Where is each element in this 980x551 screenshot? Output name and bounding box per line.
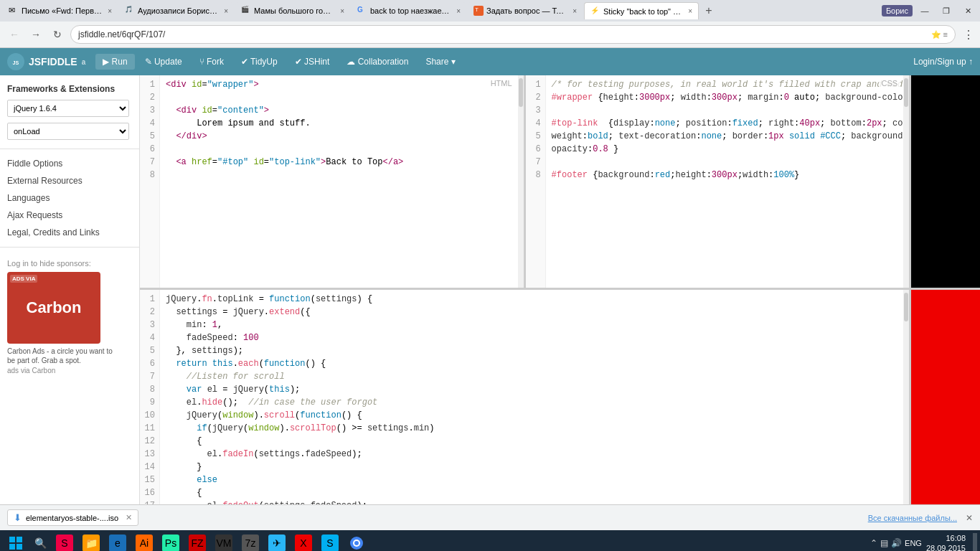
html-editor-panel: HTML 12345678 <div id="wrapper"> <div id…: [140, 75, 526, 288]
taskbar-icon-vm: VM: [215, 534, 232, 551]
address-bar: ← → ↻ jsfiddle.net/6qrQF/107/ ⭐ ≡ ⋮: [0, 22, 980, 47]
login-button[interactable]: Login/Sign up ↑: [913, 57, 973, 67]
sidebar-languages[interactable]: Languages: [0, 189, 139, 207]
taskbar-icon-folder: 📁: [83, 534, 100, 551]
tab-title-toster: Задать вопрос — Toste...: [486, 6, 567, 15]
tab-title-jsfiddle: Sticky "back to top" - JSF...: [603, 7, 682, 16]
language-indicator[interactable]: ENG: [905, 539, 922, 547]
tab-close-google[interactable]: ×: [456, 7, 461, 15]
html-line-numbers: 12345678: [140, 75, 160, 288]
taskbar-icon-chrome: [348, 534, 365, 551]
tab-close-toster[interactable]: ×: [573, 7, 577, 15]
sponsor-description: Carbon Ads - a circle you want to be par…: [7, 347, 122, 365]
start-button[interactable]: [3, 532, 29, 551]
download-item[interactable]: ⬇ elementaryos-stable-....iso ✕: [7, 509, 138, 526]
html-scrollbar[interactable]: [518, 75, 524, 288]
sidebar: Frameworks & Extensions jQuery 1.6.4 onL…: [0, 75, 140, 504]
result-black-content: [911, 75, 980, 288]
chrome-icon-svg: [349, 536, 364, 550]
browser-chrome: ✉ Письмо «Fwd: Первые ... × 🎵 Аудиозапис…: [0, 0, 980, 48]
tab-title-video: Мамы большого горо...: [254, 6, 334, 15]
taskbar-app-chrome[interactable]: [344, 532, 369, 551]
show-desktop-button[interactable]: [973, 533, 977, 551]
html-editor[interactable]: 12345678 <div id="wrapper"> <div id="con…: [140, 75, 524, 288]
taskbar-app-7[interactable]: 7z: [238, 532, 263, 551]
tab-audio[interactable]: 🎵 Аудиозаписи Бориса Бе... ×: [119, 2, 234, 19]
tab-video[interactable]: 🎬 Мамы большого горо... ×: [235, 2, 350, 19]
ads-via-carbon: ads via Carbon: [7, 367, 132, 375]
taskbar-app-ai[interactable]: Ai: [132, 532, 156, 551]
js-scrollbar[interactable]: [903, 290, 909, 504]
taskbar-app-folder[interactable]: 📁: [79, 532, 103, 551]
restore-button[interactable]: ❐: [937, 4, 956, 18]
forward-button[interactable]: →: [27, 26, 44, 43]
download-item-close[interactable]: ✕: [126, 513, 132, 522]
clock-date: 28.09.2015: [926, 543, 966, 551]
taskbar-clock[interactable]: 16:08 28.09.2015: [926, 533, 966, 551]
url-box[interactable]: jsfiddle.net/6qrQF/107/ ⭐ ≡: [70, 25, 956, 44]
taskbar-icon-s: S: [56, 534, 73, 551]
sponsor-ad-image[interactable]: ADS VIA Carbon: [7, 272, 100, 344]
run-button[interactable]: ▶ Run: [95, 54, 134, 70]
tab-toster[interactable]: T Задать вопрос — Toste... ×: [468, 2, 583, 19]
collaboration-button[interactable]: ☁ Collaboration: [339, 54, 415, 70]
css-code-content[interactable]: /* for testing purposes, in real world i…: [546, 75, 904, 288]
tab-jsfiddle[interactable]: ⚡ Sticky "back to top" - JSF... ×: [584, 2, 699, 19]
tab-close-audio[interactable]: ×: [224, 7, 228, 15]
taskbar-search-button[interactable]: 🔍: [31, 532, 50, 551]
jshint-button[interactable]: ✔ JSHint: [288, 54, 337, 70]
taskbar-app-fz[interactable]: FZ: [185, 532, 209, 551]
download-bar-close[interactable]: ✕: [966, 513, 973, 523]
close-button[interactable]: ✕: [958, 4, 977, 18]
taskbar-icon-fz: FZ: [189, 534, 206, 551]
svg-rect-5: [17, 544, 22, 550]
fork-button[interactable]: ⑂ Fork: [192, 54, 231, 70]
taskbar-icon-7: 7z: [242, 534, 259, 551]
sidebar-ajax-requests[interactable]: Ajax Requests: [0, 207, 139, 224]
sidebar-legal[interactable]: Legal, Credits and Links: [0, 224, 139, 241]
editor-bottom-row: 1234567891011121314151617181920212223242…: [140, 290, 909, 504]
taskbar-app-sk[interactable]: S: [318, 532, 342, 551]
result-bottom: [911, 290, 980, 504]
minimize-button[interactable]: —: [915, 4, 934, 18]
taskbar-app-x[interactable]: X: [291, 532, 316, 551]
js-code-content[interactable]: jQuery.fn.topLink = function(settings) {…: [160, 290, 903, 504]
html-code-content[interactable]: <div id="wrapper"> <div id="content"> Lo…: [160, 75, 518, 288]
taskbar-app-ps[interactable]: Ps: [159, 532, 183, 551]
user-avatar: Борис: [882, 5, 913, 17]
system-tray: ⌃ ▤ 🔊 ENG: [870, 538, 922, 548]
logo-svg: JS: [9, 55, 22, 68]
sidebar-external-resources[interactable]: External Resources: [0, 172, 139, 189]
js-editor[interactable]: 1234567891011121314151617181920212223242…: [140, 290, 909, 504]
taskbar-app-tg[interactable]: ✈: [265, 532, 289, 551]
tab-mail[interactable]: ✉ Письмо «Fwd: Первые ... ×: [3, 2, 118, 19]
tidyup-button[interactable]: ✔ TidyUp: [234, 54, 285, 70]
network-icon[interactable]: ▤: [880, 538, 888, 548]
taskbar-right: ⌃ ▤ 🔊 ENG 16:08 28.09.2015: [870, 533, 977, 551]
back-button[interactable]: ←: [6, 26, 23, 43]
svg-rect-4: [9, 544, 15, 550]
taskbar-app-vm[interactable]: VM: [212, 532, 236, 551]
browser-menu-button[interactable]: ⋮: [963, 28, 974, 42]
tray-arrow-icon[interactable]: ⌃: [870, 538, 877, 548]
tab-close-video[interactable]: ×: [340, 7, 344, 15]
load-type-select[interactable]: onLoad: [7, 123, 129, 140]
window-controls: Борис — ❐ ✕: [882, 4, 977, 18]
share-button[interactable]: Share ▾: [418, 54, 462, 70]
volume-icon[interactable]: 🔊: [891, 538, 902, 548]
tab-close-jsfiddle[interactable]: ×: [688, 7, 692, 15]
tab-google[interactable]: G back to top наезжает на... ×: [352, 2, 466, 19]
new-tab-button[interactable]: +: [700, 2, 717, 19]
css-editor-panel: CSS 12345678 /* for testing purposes, in…: [526, 75, 910, 288]
taskbar-app-ie[interactable]: e: [105, 532, 130, 551]
css-scrollbar[interactable]: [903, 75, 909, 288]
sidebar-fiddle-options[interactable]: Fiddle Options: [0, 155, 139, 172]
tab-close-mail[interactable]: ×: [108, 7, 112, 15]
css-editor[interactable]: 12345678 /* for testing purposes, in rea…: [526, 75, 910, 288]
refresh-button[interactable]: ↻: [49, 26, 66, 43]
all-downloads-link[interactable]: Все скачанные файлы...: [868, 514, 957, 522]
taskbar-app-s[interactable]: S: [52, 532, 77, 551]
tab-title-audio: Аудиозаписи Бориса Бе...: [138, 6, 218, 15]
jquery-version-select[interactable]: jQuery 1.6.4: [7, 100, 129, 117]
update-button[interactable]: ✎ Update: [138, 54, 189, 70]
